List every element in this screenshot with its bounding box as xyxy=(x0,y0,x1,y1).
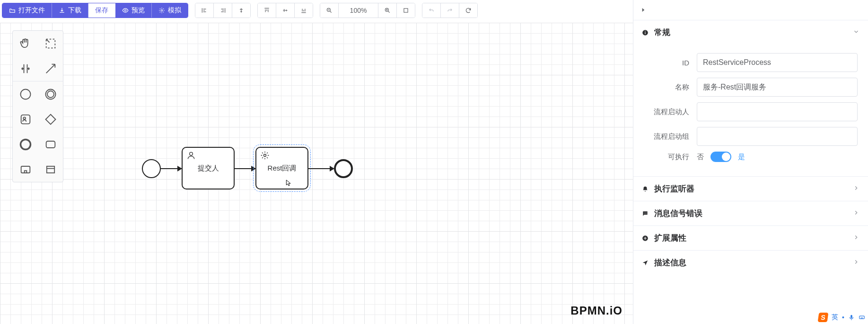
toggle-yes-label: 是 xyxy=(738,153,745,162)
start-event-tool[interactable] xyxy=(13,81,38,107)
connect-tool[interactable] xyxy=(38,56,63,81)
zoom-in-icon xyxy=(384,7,391,14)
section-extend-header[interactable]: 扩展属性 xyxy=(633,226,868,250)
svg-point-6 xyxy=(20,89,30,99)
zoom-group: 100% xyxy=(320,3,415,18)
properties-panel: 常规 ID 名称 流程启动人 流程启动组 xyxy=(633,0,868,324)
hand-tool[interactable] xyxy=(13,31,38,56)
executable-label: 可执行 xyxy=(644,153,697,162)
info-circle-icon xyxy=(642,29,649,36)
initiator-input[interactable] xyxy=(697,102,858,121)
service-task-node[interactable]: Rest回调 xyxy=(255,147,308,189)
svg-point-10 xyxy=(23,117,26,119)
chevron-right-icon xyxy=(640,7,647,13)
file-action-group: 打开文件 下载 保存 预览 模拟 xyxy=(2,3,188,18)
chevron-right-icon xyxy=(853,184,859,194)
zoom-fit-button[interactable] xyxy=(397,3,415,18)
mouse-cursor-icon xyxy=(285,179,292,187)
chevron-right-icon xyxy=(853,258,859,268)
zoom-level-display: 100% xyxy=(339,3,378,18)
align-top-icon xyxy=(263,7,270,14)
svg-point-11 xyxy=(20,139,30,149)
bell-icon xyxy=(642,186,649,192)
executable-toggle-group: 否 是 xyxy=(697,152,745,162)
user-task-node[interactable]: 提交人 xyxy=(182,147,235,189)
chevron-right-icon xyxy=(853,209,859,218)
end-event-node[interactable] xyxy=(334,159,353,178)
section-message: 消息信号错误 xyxy=(633,201,868,225)
save-button[interactable]: 保存 xyxy=(88,3,115,18)
user-task-tool[interactable] xyxy=(13,107,38,132)
subprocess-tool[interactable] xyxy=(13,157,38,182)
redo-icon xyxy=(447,7,453,14)
preview-label: 预览 xyxy=(132,6,145,15)
align-vertical-group xyxy=(257,3,313,18)
align-right-icon xyxy=(219,7,226,14)
svg-point-0 xyxy=(124,9,126,11)
svg-rect-14 xyxy=(24,171,26,173)
folder-open-icon xyxy=(9,7,16,14)
section-listener-header[interactable]: 执行监听器 xyxy=(633,177,868,201)
svg-point-21 xyxy=(644,213,645,213)
sequence-flow-3[interactable] xyxy=(308,168,334,169)
align-left-icon xyxy=(201,7,208,14)
task-tool[interactable] xyxy=(38,132,63,157)
start-event-node[interactable] xyxy=(142,159,161,178)
chevron-right-icon xyxy=(853,234,859,243)
initiator-group-input[interactable] xyxy=(697,127,858,146)
executable-toggle[interactable] xyxy=(710,152,731,162)
align-right-button[interactable] xyxy=(214,3,232,18)
open-file-button[interactable]: 打开文件 xyxy=(2,3,52,18)
svg-point-8 xyxy=(47,91,54,98)
top-toolbar: 打开文件 下载 保存 预览 模拟 xyxy=(0,0,633,23)
data-object-tool[interactable] xyxy=(38,157,63,182)
preview-button[interactable]: 预览 xyxy=(115,3,152,18)
align-top-button[interactable] xyxy=(258,3,276,18)
svg-point-17 xyxy=(264,154,266,157)
ime-lang-label: 英 xyxy=(832,313,838,322)
section-desc-header[interactable]: 描述信息 xyxy=(633,251,868,275)
align-vcenter-button[interactable] xyxy=(276,3,295,18)
sequence-flow-2[interactable] xyxy=(235,168,255,169)
section-message-header[interactable]: 消息信号错误 xyxy=(633,201,868,225)
section-general: 常规 ID 名称 流程启动人 流程启动组 xyxy=(633,20,868,176)
download-icon xyxy=(59,7,65,14)
undo-button[interactable] xyxy=(422,3,441,18)
svg-point-20 xyxy=(645,31,646,32)
zoom-out-button[interactable] xyxy=(320,3,339,18)
align-hcenter-icon xyxy=(238,7,245,14)
redo-button[interactable] xyxy=(441,3,459,18)
gateway-tool[interactable] xyxy=(38,107,63,132)
refresh-button[interactable] xyxy=(459,3,477,18)
section-general-title: 常规 xyxy=(654,27,670,38)
section-general-header[interactable]: 常规 xyxy=(633,20,868,45)
bpmn-watermark: BPMN.iO xyxy=(570,304,623,317)
panel-collapse-button[interactable] xyxy=(633,0,868,20)
space-tool[interactable] xyxy=(13,56,38,81)
zoom-in-button[interactable] xyxy=(378,3,397,18)
history-group xyxy=(422,3,478,18)
align-left-button[interactable] xyxy=(195,3,214,18)
svg-point-1 xyxy=(161,9,163,11)
svg-rect-9 xyxy=(21,115,30,124)
simulate-label: 模拟 xyxy=(168,6,181,15)
diagram-canvas[interactable]: 提交人 Rest回调 BPMN.iO xyxy=(0,23,633,324)
chat-icon xyxy=(642,210,649,217)
end-event-tool[interactable] xyxy=(13,132,38,157)
align-hcenter-button[interactable] xyxy=(232,3,250,18)
svg-rect-4 xyxy=(404,9,408,12)
gear-icon xyxy=(158,7,165,14)
mic-icon xyxy=(848,314,855,321)
paper-plane-icon xyxy=(642,260,649,266)
id-input[interactable] xyxy=(697,53,858,72)
download-button[interactable]: 下载 xyxy=(52,3,88,18)
simulate-button[interactable]: 模拟 xyxy=(152,3,188,18)
name-input[interactable] xyxy=(697,78,858,97)
intermediate-event-tool[interactable] xyxy=(38,81,63,107)
align-bottom-button[interactable] xyxy=(295,3,313,18)
fit-screen-icon xyxy=(403,7,409,14)
align-vcenter-icon xyxy=(282,7,289,14)
user-icon xyxy=(186,151,196,160)
sequence-flow-1[interactable] xyxy=(161,168,182,169)
lasso-tool[interactable] xyxy=(38,31,63,56)
